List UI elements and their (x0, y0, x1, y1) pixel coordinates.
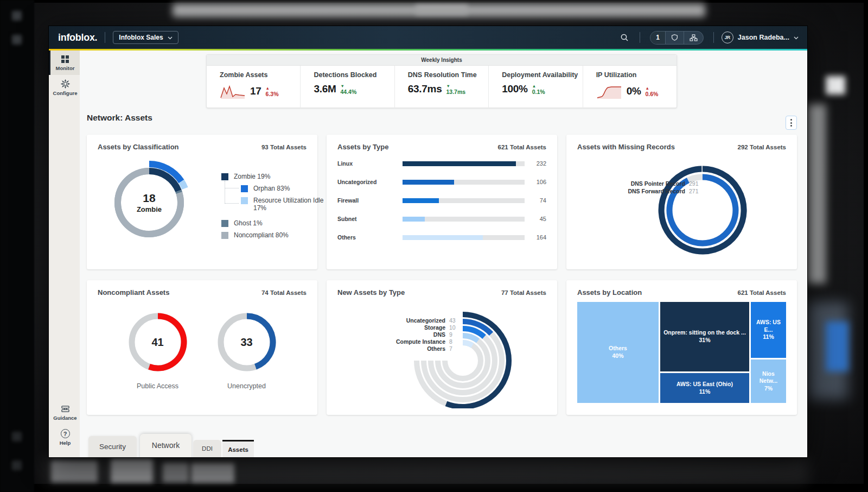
bg-ghost-tab (111, 459, 153, 483)
tab-ddi[interactable]: DDI (193, 440, 221, 457)
card-title: Noncompliant Assets (98, 288, 169, 297)
weekly-insights-title: Weekly Insights (207, 55, 676, 66)
bar-track (403, 198, 525, 203)
bar-track (403, 180, 525, 185)
bar-fill (403, 161, 516, 166)
bg-bottom-band (43, 457, 808, 484)
sitemap-icon (690, 34, 698, 41)
sidebar-item-configure[interactable]: Configure (49, 75, 80, 100)
kpi-detections-blocked: Detections Blocked 3.6M ▼44.4% (300, 66, 394, 108)
sidebar-item-guidance[interactable]: Guidance (49, 401, 80, 425)
header-divider (713, 32, 714, 43)
user-menu[interactable]: JR Jason Radeba... (722, 31, 799, 43)
search-button[interactable] (617, 30, 632, 45)
trend-arrow-icon: ▲ (646, 86, 649, 91)
radial-label-row: DNS Forward Record271 (628, 188, 700, 194)
radial-label-row: Uncategorized43 (406, 317, 460, 324)
bar-row: Subnet45 (337, 216, 546, 222)
radial-label-row: DNS Pointer Record291 (631, 180, 700, 187)
kpi-delta: ▼44.4% (340, 84, 356, 95)
card-title: New Assets by Type (337, 288, 405, 297)
notification-badge[interactable]: 1 (650, 31, 665, 44)
shield-button[interactable] (665, 31, 684, 44)
bg-ghost-tab (191, 461, 234, 483)
sitemap-button[interactable] (684, 31, 703, 44)
legend-item: Noncompliant 80% (221, 231, 289, 239)
kpi-value: 100% (502, 83, 527, 95)
kpi-dns-resolution-time: DNS Resolution Time 63.7ms ▼13.7ms (394, 66, 488, 108)
treemap-tile-aws-us-e: AWS: US E...11% (751, 302, 786, 358)
shield-icon (671, 34, 678, 41)
gauge-unencrypted: 33 Unencrypted (214, 310, 279, 390)
org-selector-button[interactable]: Infoblox Sales (113, 31, 178, 44)
top-header: infoblox. Infoblox Sales 1 (49, 26, 807, 49)
bg-left-bar (0, 0, 34, 492)
bg-right-column (807, 104, 826, 283)
kpi-label: IP Utilization (596, 71, 676, 79)
card-title: Assets by Location (577, 288, 642, 297)
gauge-value: 33 (214, 310, 279, 375)
bg-right-square (826, 76, 845, 94)
treemap-tile-nios-network: Nios Netw...7% (751, 359, 786, 403)
kpi-label: Deployment Availability (502, 71, 582, 79)
bar-track (403, 217, 525, 222)
card-title: Assets with Missing Records (577, 143, 675, 151)
avatar: JR (722, 31, 733, 43)
status-pill: 1 (650, 31, 704, 45)
kpi-deployment-availability: Deployment Availability 100% ▲0.1% (488, 66, 582, 108)
user-name: Jason Radeba... (738, 34, 789, 41)
classification-donut-chart: 18 Zombie (103, 156, 195, 249)
gauge-value: 41 (125, 310, 190, 375)
type-bar-chart: Linux232 Uncategorized106 Firewall74 Sub… (337, 151, 546, 240)
weekly-insights-bar: Weekly Insights Zombie Assets 17 ▲6.3% D… (206, 54, 677, 108)
card-assets-by-location: Assets by Location 621 Total Assets Othe… (566, 280, 797, 415)
missing-records-radial-chart (586, 154, 797, 260)
legend-item: Zombie 19% (221, 173, 270, 180)
new-assets-radial-chart (346, 300, 558, 408)
bg-icon (12, 35, 22, 45)
treemap-tile-others: Others40% (577, 302, 659, 403)
more-options-button[interactable] (786, 116, 797, 130)
bg-ghost-tab (163, 463, 189, 482)
tab-assets[interactable]: Assets (222, 440, 254, 457)
weekly-insights-kpis: Zombie Assets 17 ▲6.3% Detections Blocke… (207, 66, 676, 108)
tab-network[interactable]: Network (140, 434, 192, 457)
trend-arrow-icon: ▲ (532, 84, 536, 89)
legend-item: Ghost 1% (221, 219, 263, 227)
header-divider (105, 32, 105, 43)
sparkline-icon (596, 83, 622, 99)
bg-icon (12, 461, 22, 470)
card-assets-by-type: Assets by Type 621 Total Assets Linux232… (327, 135, 557, 269)
legend-item: Resource Utilization Idle 17% (241, 197, 332, 212)
kpi-value: 17 (250, 85, 261, 97)
help-icon: ? (61, 429, 70, 438)
card-title: Assets by Type (337, 143, 388, 151)
treemap-tile-aws-ohio: AWS: US East (Ohio)11% (660, 373, 749, 403)
kpi-value: 63.7ms (408, 83, 442, 95)
kpi-label: Zombie Assets (220, 71, 300, 79)
left-sidebar: Monitor Configure Guidance ? Help (49, 51, 80, 457)
bar-row: Linux232 (337, 161, 546, 166)
tab-security[interactable]: Security (88, 436, 137, 457)
card-title: Assets by Classification (98, 143, 179, 151)
sidebar-item-monitor[interactable]: Monitor (49, 51, 80, 75)
noncompliant-gauges: 41 Public Access 33 Unencrypted (98, 297, 307, 390)
sidebar-item-help[interactable]: ? Help (49, 425, 80, 450)
kpi-delta: ▲0.6% (646, 86, 659, 97)
card-new-assets-by-type: New Assets by Type 77 Total Assets Uncat… (327, 280, 557, 415)
sidebar-item-label: Monitor (56, 65, 75, 71)
kpi-ip-utilization: IP Utilization 0% ▲0.6% (583, 66, 676, 108)
page-title: Network: Assets (87, 113, 152, 123)
chevron-down-icon (168, 35, 173, 40)
card-total: 77 Total Assets (501, 289, 546, 296)
card-assets-with-missing-records: Assets with Missing Records 292 Total As… (566, 135, 797, 269)
bar-row: Others164 (337, 235, 546, 240)
card-assets-by-classification: Assets by Classification 93 Total Assets… (87, 135, 317, 269)
bg-icon (12, 11, 22, 21)
legend-connector (225, 181, 239, 204)
bar-fill (403, 198, 439, 203)
location-treemap: Others40% Onprem: sitting on the dock ..… (577, 302, 786, 403)
gauge-caption: Unencrypted (214, 382, 279, 390)
bar-fill (403, 235, 483, 240)
trend-arrow-icon: ▲ (266, 86, 270, 91)
